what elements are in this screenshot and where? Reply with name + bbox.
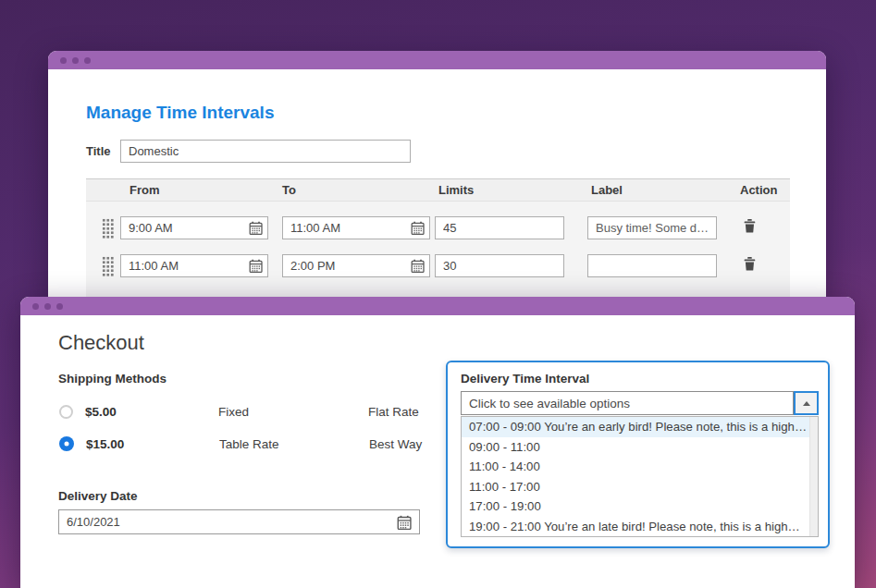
interval-options-list: 07:00 - 09:00 You’re an early bird! Plea… <box>461 416 819 537</box>
to-time-input[interactable] <box>282 216 430 239</box>
limits-input[interactable] <box>435 216 564 239</box>
interval-row <box>86 247 790 285</box>
trash-icon <box>744 219 756 233</box>
window-control-dot-icon[interactable] <box>32 303 39 310</box>
calendar-icon[interactable] <box>410 259 425 274</box>
window-control-dot-icon[interactable] <box>84 57 91 64</box>
window-control-dot-icon[interactable] <box>60 57 67 64</box>
title-input[interactable] <box>120 140 411 163</box>
radio-selected-icon[interactable] <box>59 436 74 451</box>
column-header-action: Action <box>740 183 790 197</box>
label-input[interactable] <box>587 254 717 277</box>
interval-select-input[interactable] <box>461 391 794 415</box>
shipping-method-row[interactable]: $5.00 Fixed Flat Rate <box>59 405 419 419</box>
page-title: Manage Time Intervals <box>86 103 274 123</box>
trash-icon <box>744 257 756 271</box>
label-input[interactable] <box>587 216 717 239</box>
method-price: $15.00 <box>86 437 219 451</box>
shipping-methods-title: Shipping Methods <box>58 372 167 386</box>
window-titlebar[interactable] <box>20 297 855 315</box>
interval-option[interactable]: 11:00 - 17:00 <box>462 477 818 497</box>
drag-handle-icon[interactable] <box>102 218 114 239</box>
method-name: Table Rate <box>219 437 369 451</box>
interval-option[interactable]: 07:00 - 09:00 You’re an early bird! Plea… <box>462 417 818 437</box>
delivery-time-interval-label: Delivery Time Interval <box>461 372 589 386</box>
title-field-label: Title <box>86 144 120 158</box>
window-titlebar[interactable] <box>48 51 826 69</box>
interval-option[interactable]: 17:00 - 19:00 <box>462 496 818 517</box>
column-header-label: Label <box>587 183 740 197</box>
delivery-date-label: Delivery Date <box>58 489 138 503</box>
manage-intervals-window: Manage Time Intervals Title From To Limi… <box>48 51 826 300</box>
radio-unselected-icon[interactable] <box>59 405 73 419</box>
checkout-heading: Checkout <box>58 331 144 355</box>
desktop-background: Manage Time Intervals Title From To Limi… <box>0 0 876 588</box>
column-header-to: To <box>282 183 435 197</box>
method-carrier: Best Way <box>369 437 422 451</box>
delete-row-button[interactable] <box>744 219 756 236</box>
method-carrier: Flat Rate <box>368 405 419 419</box>
limits-input[interactable] <box>435 254 564 277</box>
window-control-dot-icon[interactable] <box>56 303 63 310</box>
window-control-dot-icon[interactable] <box>44 303 51 310</box>
checkout-window: Checkout Shipping Methods $5.00 Fixed Fl… <box>20 297 855 588</box>
interval-row <box>86 209 790 247</box>
method-name: Fixed <box>218 405 368 419</box>
calendar-icon[interactable] <box>397 515 412 530</box>
delivery-time-interval-panel: Delivery Time Interval 07:00 - 09:00 You… <box>446 361 830 548</box>
shipping-method-row[interactable]: $15.00 Table Rate Best Way <box>59 436 422 451</box>
from-time-input[interactable] <box>120 254 268 277</box>
calendar-icon[interactable] <box>410 221 425 236</box>
delete-row-button[interactable] <box>744 257 756 274</box>
table-header-row: From To Limits Label Action <box>86 178 790 202</box>
scrollbar[interactable] <box>809 417 818 536</box>
chevron-up-icon <box>803 401 810 406</box>
calendar-icon[interactable] <box>248 221 263 236</box>
interval-option[interactable]: 19:00 - 21:00 You’re an late bird! Pleas… <box>462 517 818 537</box>
from-time-input[interactable] <box>120 216 268 239</box>
column-header-from: From <box>120 183 282 197</box>
interval-option[interactable]: 11:00 - 14:00 <box>462 457 818 477</box>
interval-option[interactable]: 09:00 - 11:00 <box>462 437 818 458</box>
method-price: $5.00 <box>85 405 218 419</box>
column-header-limits: Limits <box>435 183 587 197</box>
to-time-input[interactable] <box>282 254 430 277</box>
window-control-dot-icon[interactable] <box>72 57 79 64</box>
delivery-date-input[interactable] <box>58 509 420 534</box>
calendar-icon[interactable] <box>248 259 263 274</box>
dropdown-toggle-button[interactable] <box>794 391 819 415</box>
intervals-table: From To Limits Label Action <box>86 178 790 300</box>
drag-handle-icon[interactable] <box>102 256 114 276</box>
